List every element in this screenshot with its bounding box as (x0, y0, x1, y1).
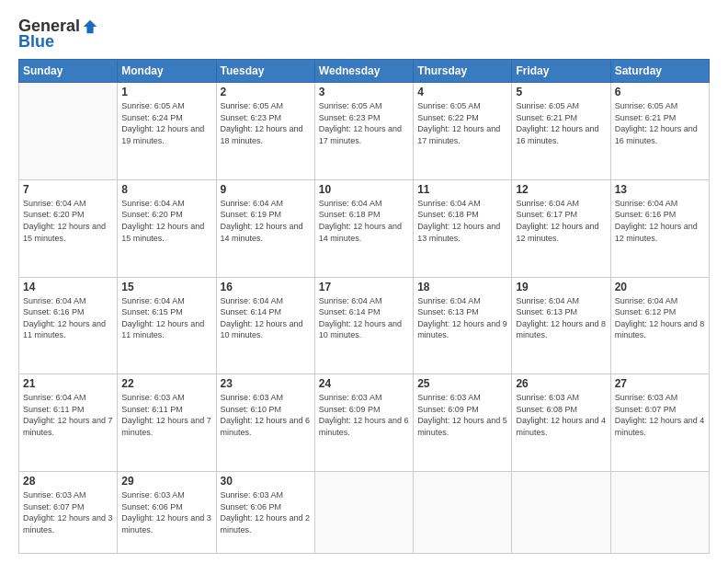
day-info: Sunrise: 6:04 AMSunset: 6:15 PMDaylight:… (121, 295, 211, 341)
day-number: 7 (23, 183, 113, 196)
calendar-cell: 20Sunrise: 6:04 AMSunset: 6:12 PMDayligh… (610, 277, 709, 374)
day-info: Sunrise: 6:03 AMSunset: 6:07 PMDaylight:… (23, 489, 113, 535)
weekday-header-sunday: Sunday (19, 60, 118, 83)
weekday-header-wednesday: Wednesday (314, 60, 413, 83)
calendar-cell (19, 83, 118, 180)
day-info: Sunrise: 6:03 AMSunset: 6:10 PMDaylight:… (221, 392, 311, 438)
day-number: 30 (221, 475, 311, 488)
day-number: 29 (121, 475, 211, 488)
week-row-4: 21Sunrise: 6:04 AMSunset: 6:11 PMDayligh… (19, 374, 710, 472)
day-number: 10 (319, 183, 409, 196)
calendar-cell: 11Sunrise: 6:04 AMSunset: 6:18 PMDayligh… (414, 179, 512, 277)
calendar-cell: 18Sunrise: 6:04 AMSunset: 6:13 PMDayligh… (414, 277, 512, 374)
day-info: Sunrise: 6:04 AMSunset: 6:14 PMDaylight:… (221, 295, 311, 341)
day-info: Sunrise: 6:04 AMSunset: 6:18 PMDaylight:… (319, 198, 409, 244)
day-number: 18 (417, 281, 507, 293)
calendar-cell: 30Sunrise: 6:03 AMSunset: 6:06 PMDayligh… (216, 472, 314, 554)
day-number: 25 (417, 377, 507, 390)
calendar-cell: 5Sunrise: 6:05 AMSunset: 6:21 PMDaylight… (512, 83, 610, 180)
day-number: 16 (221, 281, 311, 293)
calendar-cell (512, 472, 610, 554)
calendar-cell: 14Sunrise: 6:04 AMSunset: 6:16 PMDayligh… (19, 277, 118, 374)
day-number: 12 (516, 183, 606, 196)
calendar-cell: 25Sunrise: 6:03 AMSunset: 6:09 PMDayligh… (414, 374, 512, 472)
day-info: Sunrise: 6:05 AMSunset: 6:23 PMDaylight:… (221, 100, 311, 146)
calendar-cell: 28Sunrise: 6:03 AMSunset: 6:07 PMDayligh… (19, 472, 118, 554)
day-number: 26 (516, 377, 606, 390)
day-number: 22 (121, 377, 211, 390)
day-info: Sunrise: 6:03 AMSunset: 6:08 PMDaylight:… (516, 392, 606, 438)
calendar-cell (314, 472, 413, 554)
day-number: 14 (23, 281, 113, 293)
calendar-cell: 13Sunrise: 6:04 AMSunset: 6:16 PMDayligh… (610, 179, 709, 277)
weekday-header-friday: Friday (512, 60, 610, 83)
day-number: 27 (615, 377, 705, 390)
week-row-5: 28Sunrise: 6:03 AMSunset: 6:07 PMDayligh… (19, 472, 710, 554)
day-info: Sunrise: 6:03 AMSunset: 6:06 PMDaylight:… (221, 489, 311, 535)
weekday-header-thursday: Thursday (414, 60, 512, 83)
day-info: Sunrise: 6:05 AMSunset: 6:21 PMDaylight:… (516, 100, 606, 146)
day-info: Sunrise: 6:04 AMSunset: 6:19 PMDaylight:… (221, 198, 311, 244)
logo-blue: Blue (18, 32, 54, 52)
calendar-cell: 21Sunrise: 6:04 AMSunset: 6:11 PMDayligh… (19, 374, 118, 472)
day-number: 5 (516, 86, 606, 98)
calendar-cell: 19Sunrise: 6:04 AMSunset: 6:13 PMDayligh… (512, 277, 610, 374)
weekday-header-monday: Monday (118, 60, 216, 83)
calendar-cell: 12Sunrise: 6:04 AMSunset: 6:17 PMDayligh… (512, 179, 610, 277)
day-info: Sunrise: 6:04 AMSunset: 6:13 PMDaylight:… (417, 295, 507, 341)
day-info: Sunrise: 6:05 AMSunset: 6:21 PMDaylight:… (615, 100, 705, 146)
header: General Blue (18, 17, 710, 52)
day-info: Sunrise: 6:04 AMSunset: 6:16 PMDaylight:… (23, 295, 113, 341)
day-info: Sunrise: 6:03 AMSunset: 6:11 PMDaylight:… (121, 392, 211, 438)
calendar-cell: 10Sunrise: 6:04 AMSunset: 6:18 PMDayligh… (314, 179, 413, 277)
calendar-cell (414, 472, 512, 554)
day-info: Sunrise: 6:03 AMSunset: 6:09 PMDaylight:… (417, 392, 507, 438)
weekday-header-tuesday: Tuesday (216, 60, 314, 83)
day-number: 17 (319, 281, 409, 293)
calendar-cell: 24Sunrise: 6:03 AMSunset: 6:09 PMDayligh… (314, 374, 413, 472)
day-number: 13 (615, 183, 705, 196)
calendar-cell (610, 472, 709, 554)
day-number: 21 (23, 377, 113, 390)
day-number: 8 (121, 183, 211, 196)
day-info: Sunrise: 6:04 AMSunset: 6:12 PMDaylight:… (615, 295, 705, 341)
day-number: 28 (23, 475, 113, 488)
day-info: Sunrise: 6:05 AMSunset: 6:24 PMDaylight:… (121, 100, 211, 146)
day-number: 23 (221, 377, 311, 390)
day-number: 3 (319, 86, 409, 98)
calendar-cell: 15Sunrise: 6:04 AMSunset: 6:15 PMDayligh… (118, 277, 216, 374)
day-info: Sunrise: 6:04 AMSunset: 6:13 PMDaylight:… (516, 295, 606, 341)
day-info: Sunrise: 6:04 AMSunset: 6:16 PMDaylight:… (615, 198, 705, 244)
calendar-cell: 17Sunrise: 6:04 AMSunset: 6:14 PMDayligh… (314, 277, 413, 374)
week-row-2: 7Sunrise: 6:04 AMSunset: 6:20 PMDaylight… (19, 179, 710, 277)
week-row-1: 1Sunrise: 6:05 AMSunset: 6:24 PMDaylight… (19, 83, 710, 180)
week-row-3: 14Sunrise: 6:04 AMSunset: 6:16 PMDayligh… (19, 277, 710, 374)
day-number: 4 (417, 86, 507, 98)
day-info: Sunrise: 6:05 AMSunset: 6:23 PMDaylight:… (319, 100, 409, 146)
calendar-cell: 4Sunrise: 6:05 AMSunset: 6:22 PMDaylight… (414, 83, 512, 180)
day-info: Sunrise: 6:03 AMSunset: 6:06 PMDaylight:… (121, 489, 211, 535)
calendar-cell: 2Sunrise: 6:05 AMSunset: 6:23 PMDaylight… (216, 83, 314, 180)
calendar-cell: 29Sunrise: 6:03 AMSunset: 6:06 PMDayligh… (118, 472, 216, 554)
day-number: 6 (615, 86, 705, 98)
day-info: Sunrise: 6:03 AMSunset: 6:07 PMDaylight:… (615, 392, 705, 438)
page: General Blue SundayMondayTuesdayWednesda… (0, 0, 728, 563)
calendar-cell: 22Sunrise: 6:03 AMSunset: 6:11 PMDayligh… (118, 374, 216, 472)
calendar-cell: 8Sunrise: 6:04 AMSunset: 6:20 PMDaylight… (118, 179, 216, 277)
day-number: 1 (121, 86, 211, 98)
day-info: Sunrise: 6:04 AMSunset: 6:14 PMDaylight:… (319, 295, 409, 341)
day-number: 15 (121, 281, 211, 293)
day-info: Sunrise: 6:04 AMSunset: 6:20 PMDaylight:… (23, 198, 113, 244)
day-info: Sunrise: 6:04 AMSunset: 6:11 PMDaylight:… (23, 392, 113, 438)
logo-icon (82, 18, 98, 35)
calendar-cell: 3Sunrise: 6:05 AMSunset: 6:23 PMDaylight… (314, 83, 413, 180)
calendar-cell: 1Sunrise: 6:05 AMSunset: 6:24 PMDaylight… (118, 83, 216, 180)
logo: General Blue (18, 17, 98, 52)
calendar-table: SundayMondayTuesdayWednesdayThursdayFrid… (18, 59, 710, 554)
day-number: 11 (417, 183, 507, 196)
calendar-cell: 27Sunrise: 6:03 AMSunset: 6:07 PMDayligh… (610, 374, 709, 472)
day-number: 9 (221, 183, 311, 196)
calendar-cell: 16Sunrise: 6:04 AMSunset: 6:14 PMDayligh… (216, 277, 314, 374)
day-info: Sunrise: 6:04 AMSunset: 6:18 PMDaylight:… (417, 198, 507, 244)
weekday-header-saturday: Saturday (610, 60, 709, 83)
